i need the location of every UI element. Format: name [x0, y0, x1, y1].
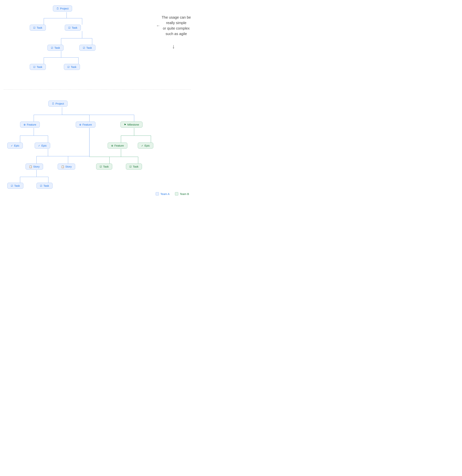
task-node-2: ☑ Task — [65, 25, 81, 31]
task-green-label-2: Task — [133, 165, 138, 168]
milestone-icon: ⚑ — [124, 123, 126, 126]
story-icon-2: 📋 — [61, 165, 64, 168]
task-green-icon-1: ☑ — [100, 165, 102, 168]
annotation-line4: such as agile — [162, 31, 191, 36]
feature-label-1: Feature — [27, 123, 36, 126]
epic-icon-3: ✓ — [141, 144, 143, 147]
task-label-6: Task — [71, 65, 76, 68]
task-icon-2: ☑ — [68, 26, 71, 29]
task-green-label-1: Task — [103, 165, 109, 168]
epic-label-3: Epic — [144, 144, 150, 147]
task-label-b1: Task — [14, 184, 20, 187]
task-node-bottom-2: ☑ Task — [36, 183, 52, 189]
epic-icon-1: ✓ — [11, 144, 13, 147]
feature-label-2: Feature — [83, 123, 92, 126]
annotation-line3: or quite complex — [162, 26, 191, 31]
task-icon-1: ☑ — [33, 26, 36, 29]
feature-icon-2: ⊕ — [79, 123, 81, 126]
project-label-2: Project — [55, 102, 64, 105]
milestone-node: ⚑ Milestone — [120, 122, 143, 128]
task-icon-5: ☑ — [33, 66, 36, 68]
feature-node-1: ⊕ Feature — [20, 122, 40, 128]
legend-team-b-label: Team B — [180, 192, 189, 196]
annotation-line2: really simple — [162, 20, 191, 26]
milestone-label: Milestone — [127, 123, 139, 126]
task-green-icon-2: ☑ — [129, 165, 132, 168]
annotation-line1: The usage can be — [162, 15, 191, 20]
feature-node-3: ⊕ Feature — [108, 143, 127, 149]
project-icon-2: 🗒 — [52, 102, 54, 105]
legend-box-blue — [156, 192, 159, 196]
legend-team-a: Team A — [156, 192, 169, 196]
project-label: Project — [60, 7, 69, 10]
story-label-1: Story — [33, 165, 40, 168]
task-node-1: ☑ Task — [30, 25, 46, 31]
story-icon-1: 📋 — [29, 165, 32, 168]
epic-label-2: Epic — [42, 144, 47, 147]
epic-icon-2: ✓ — [38, 144, 40, 147]
task-label-b2: Task — [43, 184, 49, 187]
top-project-node: 🗒 Project — [53, 6, 72, 11]
story-node-1: 📋 Story — [25, 163, 43, 170]
task-icon-6: ☑ — [67, 66, 70, 68]
story-label-2: Story — [65, 165, 72, 168]
feature-icon-1: ⊕ — [24, 123, 26, 126]
task-green-1: ☑ Task — [96, 163, 112, 170]
task-label-3: Task — [54, 46, 60, 49]
task-node-4: ☑ Task — [79, 45, 95, 51]
epic-node-3: ✓ Epic — [138, 143, 153, 149]
task-icon-4: ☑ — [83, 46, 85, 49]
feature-node-2: ⊕ Feature — [76, 122, 95, 128]
task-label-1: Task — [37, 26, 42, 29]
task-icon-b1: ☑ — [11, 184, 13, 187]
task-node-6: ☑ Task — [64, 64, 80, 70]
epic-label-1: Epic — [14, 144, 19, 147]
task-node-3: ☑ Task — [47, 45, 64, 51]
story-node-2: 📋 Story — [58, 163, 75, 170]
epic-node-1: ✓ Epic — [7, 143, 23, 149]
task-node-5: ☑ Task — [30, 64, 46, 70]
section-divider — [4, 89, 191, 90]
feature-icon-3: ⊕ — [111, 144, 113, 147]
epic-node-2: ✓ Epic — [35, 143, 50, 149]
task-label-4: Task — [86, 46, 92, 49]
task-node-bottom-1: ☑ Task — [7, 183, 23, 189]
task-green-2: ☑ Task — [126, 163, 142, 170]
legend-team-b: Team B — [175, 192, 189, 196]
task-label-2: Task — [72, 26, 77, 29]
project-icon: 🗒 — [56, 7, 59, 10]
task-icon-b2: ☑ — [40, 184, 42, 187]
legend: Team A Team B — [156, 192, 189, 196]
legend-box-green — [175, 192, 178, 196]
bottom-project-node: 🗒 Project — [48, 101, 67, 107]
annotation-text: ← The usage can be really simple or quit… — [156, 15, 191, 51]
legend-team-a-label: Team A — [160, 192, 169, 196]
task-icon-3: ☑ — [51, 46, 53, 49]
task-label-5: Task — [37, 65, 42, 68]
feature-label-3: Feature — [114, 144, 124, 147]
bottom-connectors — [0, 93, 194, 199]
